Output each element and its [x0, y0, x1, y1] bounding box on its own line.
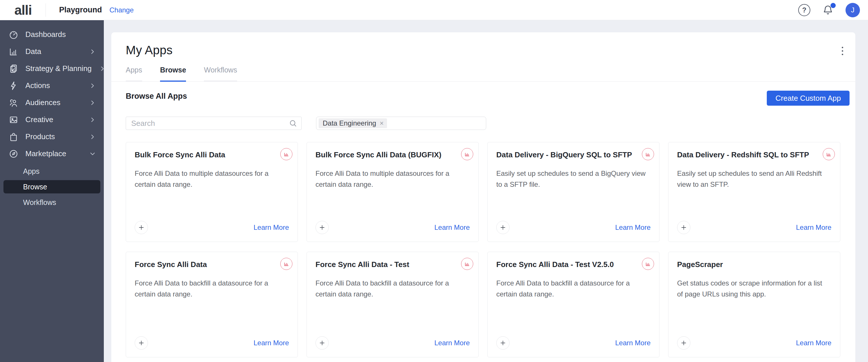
add-app-button[interactable]	[135, 336, 148, 350]
kebab-menu-icon[interactable]	[841, 46, 844, 56]
image-icon	[9, 115, 19, 125]
sidebar-item-marketplace-browse[interactable]: Browse	[3, 180, 100, 193]
app-card[interactable]: Force Sync Alli Data - Test V2.5.0 Force…	[487, 252, 659, 357]
add-app-button[interactable]	[315, 336, 329, 350]
clipboard-icon	[9, 64, 19, 74]
filter-chip-label: Data Engineering	[323, 119, 376, 127]
chevron-right-icon	[89, 133, 96, 141]
search-icon	[289, 119, 297, 128]
app-card[interactable]: Bulk Force Sync Alli Data (BUGFIX) Force…	[307, 142, 479, 242]
notification-badge	[831, 3, 836, 8]
app-bar-chart-icon	[280, 148, 292, 160]
app-card-description: Force Alli Data to multiple datasources …	[135, 168, 286, 190]
app-card-title: PageScraper	[677, 260, 831, 269]
app-card[interactable]: Bulk Force Sync Alli Data Force Alli Dat…	[126, 142, 298, 242]
sidebar-item-label: Audiences	[25, 98, 60, 107]
add-app-button[interactable]	[677, 336, 690, 350]
app-card-description: Force Alli Data to backfill a datasource…	[135, 278, 286, 300]
app-card[interactable]: PageScraper Get status codes or scrape i…	[668, 252, 840, 357]
learn-more-link[interactable]: Learn More	[796, 223, 831, 231]
app-card-title: Force Sync Alli Data - Test	[315, 260, 470, 269]
add-app-button[interactable]	[135, 221, 148, 234]
bag-icon	[9, 132, 19, 142]
app-bar-chart-icon	[642, 148, 654, 160]
app-card[interactable]: Data Delivery - Redshift SQL to SFTP Eas…	[668, 142, 840, 242]
chevron-right-icon	[89, 48, 96, 55]
learn-more-link[interactable]: Learn More	[434, 339, 470, 347]
app-card-title: Bulk Force Sync Alli Data (BUGFIX)	[315, 150, 470, 159]
sidebar-item-audiences[interactable]: Audiences	[0, 94, 104, 111]
app-card-grid: Bulk Force Sync Alli Data Force Alli Dat…	[126, 142, 840, 357]
add-app-button[interactable]	[496, 336, 509, 350]
compass-icon	[9, 149, 19, 159]
sidebar-item-label: Actions	[25, 81, 50, 90]
sidebar-item-data[interactable]: Data	[0, 43, 104, 60]
chevron-right-icon	[89, 116, 96, 123]
category-filter-select[interactable]: Data Engineering ×	[316, 117, 486, 130]
sidebar: Dashboards Data Strategy & Planning	[0, 20, 104, 362]
app-card-description: Easily set up schedules to send an Alli …	[677, 168, 829, 190]
app-card-description: Easily set up schedules to send a BigQue…	[496, 168, 648, 190]
sidebar-item-marketplace[interactable]: Marketplace	[0, 145, 104, 162]
lightning-icon	[9, 81, 19, 91]
filter-chip: Data Engineering ×	[319, 118, 387, 128]
sidebar-item-label: Marketplace	[25, 149, 66, 158]
learn-more-link[interactable]: Learn More	[615, 223, 651, 231]
app-card-title: Data Delivery - Redshift SQL to SFTP	[677, 150, 831, 159]
app-card-description: Force Alli Data to backfill a datasource…	[315, 278, 467, 300]
people-icon	[9, 98, 19, 108]
sidebar-item-dashboards[interactable]: Dashboards	[0, 26, 104, 43]
app-card-title: Force Sync Alli Data	[135, 260, 289, 269]
main-panel: My Apps Apps Browse Workflows Browse All…	[111, 32, 855, 362]
notifications-button[interactable]	[823, 5, 833, 16]
create-custom-app-button[interactable]: Create Custom App	[767, 91, 849, 106]
topbar-divider	[45, 3, 46, 17]
app-bar-chart-icon	[461, 258, 473, 270]
avatar[interactable]: J	[845, 3, 860, 17]
app-bar-chart-icon	[823, 148, 835, 160]
app-card[interactable]: Data Delivery - BigQuery SQL to SFTP Eas…	[487, 142, 659, 242]
chevron-right-icon	[99, 65, 106, 73]
section-title: Browse All Apps	[126, 92, 187, 101]
sidebar-item-label: Data	[25, 47, 41, 56]
sidebar-item-label: Creative	[25, 115, 53, 124]
page-title: My Apps	[126, 43, 173, 57]
app-card-description: Force Alli Data to multiple datasources …	[315, 168, 467, 190]
sidebar-item-marketplace-apps[interactable]: Apps	[3, 165, 100, 178]
tab-apps[interactable]: Apps	[126, 66, 142, 82]
search-box	[126, 117, 302, 130]
sidebar-item-strategy-planning[interactable]: Strategy & Planning	[0, 60, 104, 77]
help-icon[interactable]: ?	[798, 4, 810, 16]
app-card[interactable]: Force Sync Alli Data - Test Force Alli D…	[307, 252, 479, 357]
app-card-description: Get status codes or scrape information f…	[677, 278, 829, 300]
learn-more-link[interactable]: Learn More	[253, 223, 289, 231]
chevron-right-icon	[89, 82, 96, 89]
top-bar: alli Playground Change ? J	[0, 0, 868, 20]
bar-chart-icon	[9, 47, 19, 57]
add-app-button[interactable]	[677, 221, 690, 234]
chip-remove-icon[interactable]: ×	[379, 120, 383, 127]
sidebar-item-creative[interactable]: Creative	[0, 111, 104, 128]
add-app-button[interactable]	[315, 221, 329, 234]
app-card[interactable]: Force Sync Alli Data Force Alli Data to …	[126, 252, 298, 357]
app-card-title: Data Delivery - BigQuery SQL to SFTP	[496, 150, 651, 159]
add-app-button[interactable]	[496, 221, 509, 234]
app-bar-chart-icon	[642, 258, 654, 270]
sidebar-item-label: Strategy & Planning	[25, 64, 92, 73]
alli-logo: alli	[14, 2, 32, 18]
sidebar-item-label: Products	[25, 132, 55, 141]
sidebar-item-products[interactable]: Products	[0, 128, 104, 145]
gauge-icon	[9, 30, 19, 39]
app-card-description: Force Alli Data to backfill a datasource…	[496, 278, 648, 300]
tab-workflows[interactable]: Workflows	[204, 66, 237, 82]
sidebar-item-actions[interactable]: Actions	[0, 77, 104, 94]
search-input[interactable]	[131, 119, 289, 128]
tab-browse[interactable]: Browse	[160, 66, 186, 82]
learn-more-link[interactable]: Learn More	[253, 339, 289, 347]
change-workspace-link[interactable]: Change	[109, 6, 133, 14]
learn-more-link[interactable]: Learn More	[796, 339, 831, 347]
learn-more-link[interactable]: Learn More	[615, 339, 651, 347]
app-bar-chart-icon	[280, 258, 292, 270]
sidebar-item-marketplace-workflows[interactable]: Workflows	[3, 196, 100, 209]
learn-more-link[interactable]: Learn More	[434, 223, 470, 231]
